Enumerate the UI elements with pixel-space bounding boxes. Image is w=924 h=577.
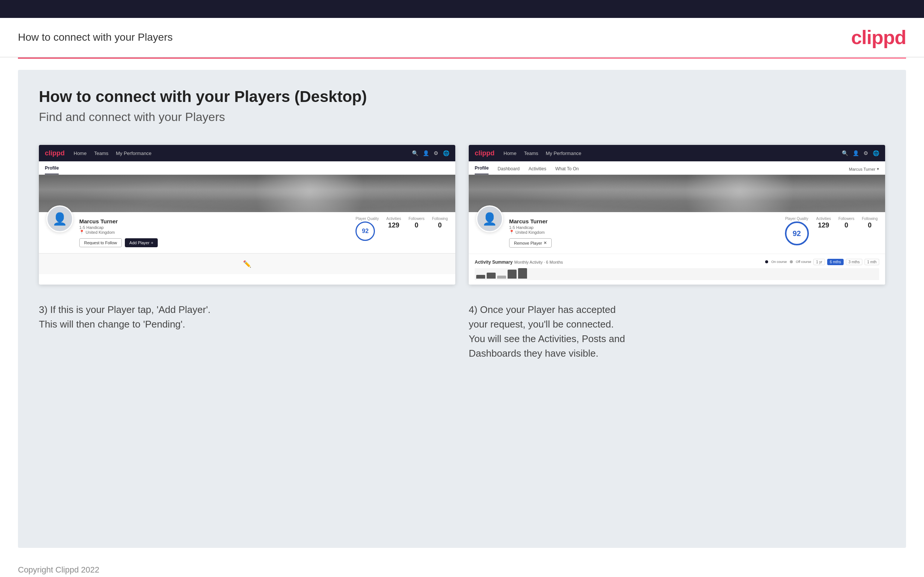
right-globe-icon[interactable]: 🌐	[873, 150, 879, 156]
right-following-label: Following	[862, 217, 878, 221]
screenshot-right: clippd Home Teams My Performance 🔍 👤 ⚙ 🌐…	[469, 145, 885, 285]
left-profile-info: Marcus Turner 1-5 Handicap 📍 United King…	[79, 217, 349, 247]
page-heading: How to connect with your Players (Deskto…	[39, 88, 885, 106]
description-left: 3) If this is your Player tap, 'Add Play…	[39, 303, 455, 361]
left-nav-teams[interactable]: Teams	[94, 150, 108, 156]
right-stat-followers: Followers 0	[838, 217, 855, 229]
right-settings-icon[interactable]: ⚙	[863, 150, 868, 156]
right-nav-teams[interactable]: Teams	[524, 150, 538, 156]
right-tab-dashboard[interactable]: Dashboard	[498, 166, 520, 174]
activity-header: Activity Summary Monthly Activity · 6 Mo…	[475, 258, 879, 265]
left-tabbar: Profile	[39, 161, 455, 175]
left-activities-value: 129	[386, 221, 401, 229]
right-activities-value: 129	[816, 221, 831, 229]
left-settings-icon[interactable]: ⚙	[434, 150, 438, 156]
chevron-down-icon: ▾	[877, 166, 879, 171]
on-course-label: On course	[771, 260, 787, 264]
right-avatar-icon: 👤	[482, 212, 497, 226]
right-nav-icons: 🔍 👤 ⚙ 🌐	[842, 150, 879, 156]
right-followers-value: 0	[838, 221, 855, 229]
main-content: How to connect with your Players (Deskto…	[18, 70, 906, 548]
header-logo: clippd	[851, 26, 906, 48]
left-followers-value: 0	[409, 221, 425, 229]
right-user-icon[interactable]: 👤	[853, 150, 859, 156]
right-tab-profile[interactable]: Profile	[475, 166, 489, 174]
request-follow-button[interactable]: Request to Follow	[79, 238, 122, 247]
activity-title: Activity Summary	[475, 259, 512, 265]
right-location-pin-icon: 📍	[509, 230, 514, 235]
right-activities-label: Activities	[816, 217, 831, 221]
desc-right-line2: your request, you'll be connected.	[469, 319, 614, 330]
time-btn-1yr[interactable]: 1 yr	[813, 259, 825, 265]
left-banner	[39, 175, 455, 212]
activity-controls: On course Off course 1 yr 6 mths 3 mths …	[765, 259, 879, 265]
right-player-handicap: 1-5 Handicap	[509, 225, 779, 230]
chart-bar-2	[487, 272, 496, 279]
left-app-bottom: ✏️	[39, 253, 455, 274]
screenshots-row: clippd Home Teams My Performance 🔍 👤 ⚙ 🌐…	[39, 145, 885, 285]
footer: Copyright Clippd 2022	[0, 559, 924, 577]
right-stat-quality: Player Quality 92	[785, 217, 809, 245]
left-followers-label: Followers	[409, 217, 425, 221]
remove-player-button[interactable]: Remove Player ✕	[509, 238, 552, 248]
add-player-label: Add Player	[129, 240, 150, 245]
right-profile-info: Marcus Turner 1-5 Handicap 📍 United King…	[509, 217, 779, 248]
left-avatar-icon: 👤	[52, 212, 67, 226]
chart-bar-1	[476, 275, 485, 279]
left-user-icon[interactable]: 👤	[423, 150, 429, 156]
right-tabbar: Profile Dashboard Activities What To On …	[469, 161, 885, 175]
time-btn-3mths[interactable]: 3 mths	[846, 259, 862, 265]
right-navbar: clippd Home Teams My Performance 🔍 👤 ⚙ 🌐	[469, 145, 885, 161]
left-nav-home[interactable]: Home	[74, 150, 87, 156]
location-pin-icon: 📍	[79, 230, 84, 235]
left-app-logo: clippd	[45, 149, 65, 157]
left-nav-icons: 🔍 👤 ⚙ 🌐	[412, 150, 449, 156]
footer-text: Copyright Clippd 2022	[18, 565, 99, 574]
right-action-buttons: Remove Player ✕	[509, 238, 779, 248]
left-action-buttons: Request to Follow Add Player +	[79, 238, 349, 247]
left-quality-label: Player Quality	[355, 217, 379, 221]
right-search-icon[interactable]: 🔍	[842, 150, 848, 156]
description-left-text: 3) If this is your Player tap, 'Add Play…	[39, 303, 455, 332]
desc-left-line2: This will then change to 'Pending'.	[39, 319, 186, 330]
left-stat-quality: Player Quality 92	[355, 217, 379, 241]
left-following-value: 0	[432, 221, 448, 229]
right-activity-summary: Activity Summary Monthly Activity · 6 Mo…	[469, 253, 885, 285]
right-stats-row: Player Quality 92 Activities 129 Followe…	[785, 217, 878, 245]
left-quality-circle: 92	[355, 221, 375, 241]
right-tab-whattoworkon[interactable]: What To On	[555, 166, 578, 174]
chart-bar-3	[497, 276, 506, 279]
activity-chart	[475, 268, 879, 280]
left-tab-profile[interactable]: Profile	[45, 166, 59, 174]
left-profile-section: 👤 Marcus Turner 1-5 Handicap 📍 United Ki…	[39, 212, 455, 253]
right-tab-user-label: Marcus Turner	[849, 167, 876, 171]
chart-bar-4	[507, 270, 517, 279]
left-stat-followers: Followers 0	[409, 217, 425, 229]
right-tab-activities[interactable]: Activities	[528, 166, 546, 174]
right-following-value: 0	[862, 221, 878, 229]
left-avatar: 👤	[46, 205, 73, 232]
right-player-name: Marcus Turner	[509, 218, 779, 224]
left-stat-activities: Activities 129	[386, 217, 401, 229]
time-btn-1mth[interactable]: 1 mth	[864, 259, 879, 265]
top-bar	[0, 0, 924, 18]
right-nav-performance[interactable]: My Performance	[546, 150, 581, 156]
desc-right-line1: 4) Once your Player has accepted	[469, 304, 615, 315]
add-player-button[interactable]: Add Player +	[125, 238, 158, 247]
screenshot-left: clippd Home Teams My Performance 🔍 👤 ⚙ 🌐…	[39, 145, 455, 285]
description-right: 4) Once your Player has accepted your re…	[469, 303, 885, 361]
left-player-location: 📍 United Kingdom	[79, 230, 349, 235]
descriptions-row: 3) If this is your Player tap, 'Add Play…	[39, 303, 885, 361]
page-subheading: Find and connect with your Players	[39, 110, 885, 124]
right-banner-overlay	[469, 175, 885, 212]
time-btn-6mths[interactable]: 6 mths	[827, 259, 844, 265]
right-player-location: 📍 United Kingdom	[509, 230, 779, 235]
left-globe-icon[interactable]: 🌐	[443, 150, 449, 156]
left-nav-performance[interactable]: My Performance	[116, 150, 151, 156]
right-stat-activities: Activities 129	[816, 217, 831, 229]
plus-icon: +	[151, 240, 153, 245]
right-nav-home[interactable]: Home	[504, 150, 517, 156]
left-search-icon[interactable]: 🔍	[412, 150, 418, 156]
left-scroll-icon: ✏️	[243, 260, 251, 268]
right-avatar: 👤	[476, 205, 503, 232]
